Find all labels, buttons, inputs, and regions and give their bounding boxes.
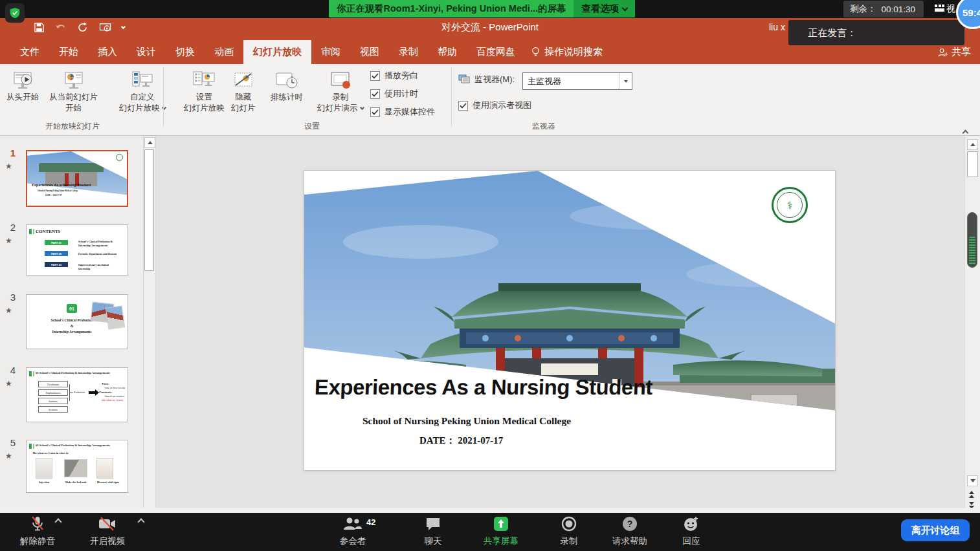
set-up-slideshow-icon bbox=[192, 69, 216, 91]
main-scrollbar[interactable] bbox=[964, 136, 980, 513]
tab-slideshow[interactable]: 幻灯片放映 bbox=[243, 40, 311, 64]
thumb3-photo bbox=[106, 305, 125, 329]
tab-file[interactable]: 文件 bbox=[10, 40, 49, 64]
thumb1-logo bbox=[116, 154, 123, 161]
meeting-security-icon[interactable] bbox=[5, 3, 25, 23]
thumbnail-slide-2[interactable]: CONTENTS PART 01 PART 02 PART 03 School'… bbox=[26, 224, 128, 276]
tab-help[interactable]: 帮助 bbox=[428, 40, 467, 64]
remaining-time: 剩余： 00:01:30 bbox=[843, 1, 924, 17]
thumb2-heading: CONTENTS bbox=[36, 229, 61, 234]
help-icon: ? bbox=[621, 514, 638, 534]
tab-insert[interactable]: 插入 bbox=[88, 40, 127, 64]
share-screen-button[interactable]: 共享屏幕 bbox=[478, 514, 524, 547]
speaking-indicator: 正在发言： bbox=[788, 20, 964, 45]
hide-slide-icon bbox=[233, 69, 254, 91]
tab-baidu-netdisk[interactable]: 百度网盘 bbox=[467, 40, 525, 64]
custom-slideshow-icon bbox=[131, 69, 153, 91]
reactions-button[interactable]: 回应 bbox=[672, 514, 711, 547]
slide-canvas[interactable]: ⚕ Experiences As a Nursing Student Schoo… bbox=[304, 171, 835, 470]
scroll-down-button[interactable] bbox=[967, 475, 978, 486]
checkbox-checked-icon bbox=[370, 71, 380, 81]
show-media-controls-checkbox[interactable]: 显示媒体控件 bbox=[370, 106, 435, 118]
muted-mic-icon bbox=[30, 514, 45, 534]
thumbnail-slide-4[interactable]: 01 School's Clinical Probation & Interns… bbox=[26, 367, 128, 422]
tab-transitions[interactable]: 切换 bbox=[166, 40, 205, 64]
animation-star-icon: ★ bbox=[5, 162, 12, 171]
thumbnail-slide-5[interactable]: 01 School's Clinical Probation & Interns… bbox=[26, 440, 128, 493]
status-bar bbox=[0, 508, 980, 513]
record-slideshow-button[interactable]: 录制 幻灯片演示 bbox=[317, 69, 364, 113]
monitor-dropdown[interactable]: 主监视器 bbox=[522, 72, 632, 90]
group-label-setup: 设置 bbox=[304, 121, 320, 132]
custom-slideshow-button[interactable]: 自定义 幻灯片放映 bbox=[119, 69, 166, 113]
view-options-button[interactable]: 查看选项 bbox=[574, 0, 635, 17]
slide-subtitle: School of Nursing Peking Union Medical C… bbox=[362, 415, 571, 427]
monitor-label: 监视器(M): bbox=[474, 74, 515, 85]
record-slideshow-icon bbox=[329, 69, 352, 91]
from-current-slide-icon bbox=[63, 69, 85, 91]
previous-slide-button[interactable] bbox=[969, 491, 974, 498]
tab-record[interactable]: 录制 bbox=[389, 40, 428, 64]
chevron-down-icon bbox=[622, 5, 629, 11]
thumb5-photo bbox=[36, 458, 52, 479]
scrollbar-thumb[interactable] bbox=[967, 151, 978, 177]
from-beginning-button[interactable]: 从头开始 bbox=[6, 69, 39, 102]
person-add-icon bbox=[937, 47, 948, 58]
layout-grid-icon[interactable] bbox=[935, 5, 944, 13]
group-label-start: 开始放映幻灯片 bbox=[45, 121, 100, 132]
use-timings-checkbox[interactable]: 使用计时 bbox=[370, 88, 418, 100]
hide-slide-button[interactable]: 隐藏 幻灯片 bbox=[231, 69, 256, 113]
set-up-slideshow-button[interactable]: 设置 幻灯片放映 bbox=[184, 69, 225, 113]
watching-banner: 你正在观看Room1-Xinyi, Peking Union Medi...的屏… bbox=[329, 0, 635, 17]
thumbnail-slide-3[interactable]: 01 School's Clinical Probation & Interns… bbox=[26, 294, 128, 349]
animation-star-icon: ★ bbox=[5, 379, 12, 388]
workspace: 1 ★ Experiences As a Nursing Student Sch… bbox=[0, 136, 980, 513]
ribbon: 从头开始 从当前幻灯片 开始 自定义 幻灯片放映 设置 幻灯片放映 隐藏 幻灯片… bbox=[0, 64, 980, 136]
thumb-number-4: 4 bbox=[6, 365, 19, 376]
chat-button[interactable]: 聊天 bbox=[410, 514, 456, 547]
thumb-number-2: 2 bbox=[6, 222, 19, 233]
start-video-button[interactable]: 开启视频 bbox=[80, 514, 135, 547]
checkbox-checked-icon bbox=[370, 107, 380, 117]
tab-design[interactable]: 设计 bbox=[127, 40, 166, 64]
tab-view[interactable]: 视图 bbox=[350, 40, 389, 64]
play-narrations-checkbox[interactable]: 播放旁白 bbox=[370, 70, 418, 81]
account-name[interactable]: liu x bbox=[769, 22, 785, 32]
thumbnail-scrollbar[interactable] bbox=[144, 136, 156, 513]
rehearse-timings-icon bbox=[275, 69, 298, 91]
thumb-number-1: 1 bbox=[6, 147, 19, 158]
rehearse-timings-button[interactable]: 排练计时 bbox=[271, 69, 303, 102]
screen: 你正在观看Room1-Xinyi, Peking Union Medi...的屏… bbox=[0, 0, 980, 551]
leave-breakout-button[interactable]: 离开讨论组 bbox=[901, 519, 970, 541]
unmute-button[interactable]: 解除静音 bbox=[12, 514, 63, 547]
group-label-monitor: 监视器 bbox=[532, 121, 555, 132]
shield-check-icon bbox=[9, 7, 21, 19]
use-presenter-view-checkbox[interactable]: 使用演示者视图 bbox=[458, 100, 531, 111]
tab-home[interactable]: 开始 bbox=[49, 40, 88, 64]
dropdown-arrow-icon[interactable] bbox=[619, 73, 632, 89]
thumb-number-3: 3 bbox=[6, 292, 19, 303]
from-beginning-icon bbox=[12, 69, 34, 91]
record-button[interactable]: 录制 bbox=[550, 514, 588, 547]
from-current-slide-button[interactable]: 从当前幻灯片 开始 bbox=[49, 69, 98, 113]
slide-title: Experiences As a Nursing Student bbox=[314, 375, 652, 400]
participants-icon bbox=[342, 514, 363, 534]
reaction-smiley-icon bbox=[682, 514, 700, 534]
animation-star-icon: ★ bbox=[5, 306, 12, 315]
scroll-up-button[interactable] bbox=[144, 137, 155, 148]
remaining-label: 剩余： bbox=[850, 3, 876, 15]
scroll-up-button[interactable] bbox=[967, 139, 978, 150]
tab-review[interactable]: 审阅 bbox=[311, 40, 350, 64]
thumb1-title: Experiences As a Nursing Student bbox=[32, 183, 91, 187]
tell-me-search[interactable]: 操作说明搜索 bbox=[525, 40, 609, 64]
checkbox-checked-icon bbox=[458, 101, 468, 111]
view-button-label[interactable]: 视 bbox=[946, 3, 955, 15]
record-icon bbox=[561, 514, 577, 534]
lightbulb-icon bbox=[531, 47, 540, 58]
ask-for-help-button[interactable]: ? 请求帮助 bbox=[605, 514, 654, 547]
tab-animations[interactable]: 动画 bbox=[205, 40, 243, 64]
thumbnail-slide-1[interactable]: Experiences As a Nursing Student School … bbox=[26, 150, 128, 207]
scrollbar-thumb[interactable] bbox=[144, 149, 154, 271]
remaining-value: 00:01:30 bbox=[882, 5, 916, 14]
slide-date: DATE： 2021-07-17 bbox=[419, 435, 503, 447]
